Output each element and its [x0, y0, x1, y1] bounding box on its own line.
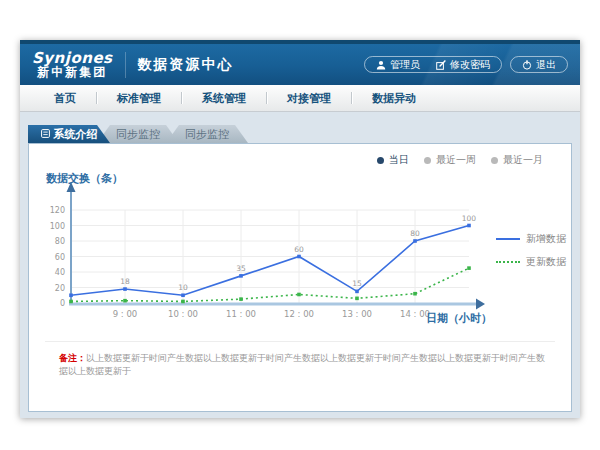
svg-text:40: 40	[55, 268, 65, 277]
svg-text:9 : 00: 9 : 00	[113, 309, 138, 319]
radio-last-week[interactable]: 最近一周	[424, 153, 476, 167]
panel-divider	[45, 341, 555, 342]
radio-label: 最近一周	[436, 153, 476, 167]
svg-text:100: 100	[462, 214, 477, 223]
svg-text:100: 100	[50, 222, 65, 231]
change-password-button[interactable]: 修改密码	[436, 58, 490, 72]
tab-sync-monitor-1[interactable]: 同步监控	[97, 125, 179, 143]
chart-legend: 新增数据 更新数据	[496, 232, 566, 269]
blue-line-swatch	[496, 238, 520, 240]
radio-dot-icon	[377, 157, 384, 164]
logout-pill: 退出	[510, 56, 568, 73]
tab-sync-monitor-2[interactable]: 同步监控	[166, 125, 248, 143]
svg-text:20: 20	[55, 284, 65, 293]
document-icon	[41, 128, 50, 141]
footnote-text: 以上数据更新于时间产生数据以上数据更新于时间产生数据以上数据更新于时间产生数据以…	[59, 353, 545, 376]
content-area: 系统介绍 同步监控 同步监控 当日 最近一周	[20, 112, 580, 412]
power-icon	[522, 60, 532, 70]
series-line	[71, 268, 469, 301]
app-title: 数据资源中心	[138, 56, 234, 74]
legend-item-updated-data: 更新数据	[496, 255, 566, 269]
legend-label: 新增数据	[526, 232, 566, 246]
logout-label: 退出	[536, 58, 556, 72]
svg-text:12 : 00: 12 : 00	[284, 309, 314, 319]
radio-last-month[interactable]: 最近一月	[491, 153, 543, 167]
current-user-label: 管理员	[390, 58, 420, 72]
svg-text:0: 0	[60, 299, 65, 308]
legend-item-new-data: 新增数据	[496, 232, 566, 246]
svg-text:18: 18	[120, 277, 130, 286]
chart-panel: 当日 最近一周 最近一月 0204060801001209 : 0010 : 0…	[28, 143, 572, 412]
chart-canvas: 0204060801001209 : 0010 : 0011 : 0012 : …	[29, 144, 573, 334]
footnote: 备注：以上数据更新于时间产生数据以上数据更新于时间产生数据以上数据更新于时间产生…	[59, 352, 551, 377]
current-user-button[interactable]: 管理员	[376, 58, 420, 72]
tab-label: 同步监控	[116, 127, 160, 142]
svg-text:数据交换（条）: 数据交换（条）	[45, 172, 123, 185]
svg-text:10: 10	[178, 283, 188, 292]
company-logo: Synjones 新中新集团	[32, 50, 113, 80]
radio-dot-icon	[491, 157, 498, 164]
radio-dot-icon	[424, 157, 431, 164]
tab-label: 系统介绍	[54, 127, 98, 142]
svg-text:120: 120	[50, 206, 65, 215]
svg-text:80: 80	[410, 229, 420, 238]
svg-text:35: 35	[236, 264, 246, 273]
logo-text: Synjones	[32, 50, 113, 67]
legend-label: 更新数据	[526, 255, 566, 269]
svg-text:14 : 00: 14 : 00	[400, 309, 430, 319]
svg-text:60: 60	[55, 253, 65, 262]
svg-text:15: 15	[352, 279, 362, 288]
radio-label: 当日	[389, 153, 409, 167]
tab-label: 同步监控	[185, 127, 229, 142]
svg-text:13 : 00: 13 : 00	[342, 309, 372, 319]
nav-item-system-mgmt[interactable]: 系统管理	[182, 91, 266, 106]
app-window: Synjones 新中新集团 数据资源中心 管理员 修改密码 退出	[20, 40, 580, 418]
user-pill: 管理员 修改密码	[364, 56, 502, 73]
main-nav: 首页 标准管理 系统管理 对接管理 数据异动	[20, 85, 580, 112]
user-actions: 管理员 修改密码 退出	[364, 56, 568, 73]
radio-today[interactable]: 当日	[377, 153, 409, 167]
nav-item-standard-mgmt[interactable]: 标准管理	[97, 91, 181, 106]
tab-system-intro[interactable]: 系统介绍	[28, 125, 110, 143]
nav-item-connection-mgmt[interactable]: 对接管理	[267, 91, 351, 106]
logout-button[interactable]: 退出	[522, 58, 556, 72]
header-divider	[125, 52, 126, 78]
series-line	[71, 226, 469, 296]
user-icon	[376, 60, 386, 70]
svg-text:10 : 00: 10 : 00	[168, 309, 198, 319]
radio-label: 最近一月	[503, 153, 543, 167]
time-range-filter: 当日 最近一周 最近一月	[377, 153, 543, 167]
svg-text:60: 60	[294, 245, 304, 254]
tab-bar: 系统介绍 同步监控 同步监控	[28, 125, 572, 143]
nav-item-data-change[interactable]: 数据异动	[352, 91, 436, 106]
edit-icon	[436, 60, 446, 70]
change-password-label: 修改密码	[450, 58, 490, 72]
nav-item-home[interactable]: 首页	[34, 91, 96, 106]
svg-text:11 : 00: 11 : 00	[226, 309, 256, 319]
footnote-prefix: 备注：	[59, 353, 86, 363]
logo-cn-text: 新中新集团	[32, 66, 113, 79]
green-dotted-swatch	[496, 261, 520, 263]
svg-text:日期（小时）: 日期（小时）	[426, 312, 492, 325]
header: Synjones 新中新集团 数据资源中心 管理员 修改密码 退出	[20, 40, 580, 85]
svg-text:80: 80	[55, 237, 65, 246]
